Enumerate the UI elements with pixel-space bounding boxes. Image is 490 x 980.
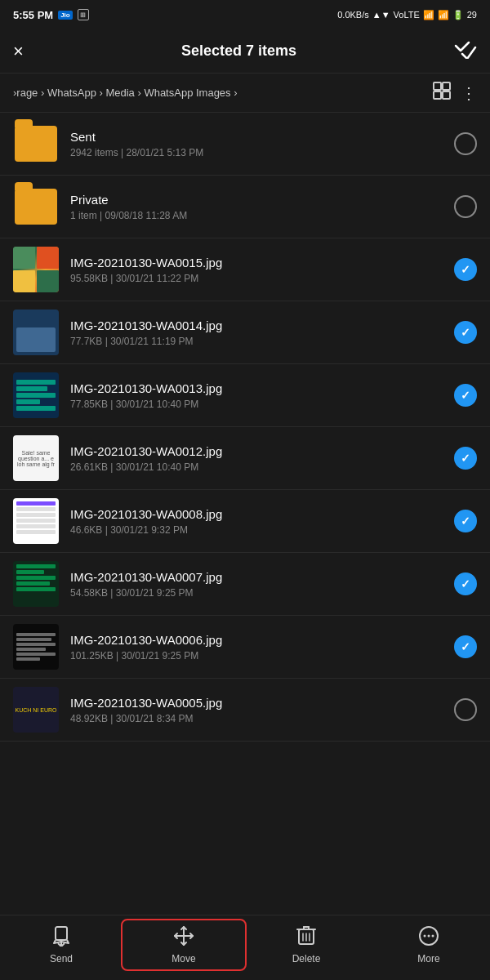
file-info: IMG-20210130-WA0006.jpg 101.25KB | 30/01… [70, 633, 454, 662]
list-item[interactable]: IMG-20210130-WA0007.jpg 54.58KB | 30/01/… [0, 553, 490, 616]
image-thumbnail: Sale! same question a... e loh same alg … [13, 435, 59, 481]
file-meta: 101.25KB | 30/01/21 9:25 PM [70, 650, 454, 662]
file-name: IMG-20210130-WA0014.jpg [70, 318, 454, 332]
top-header: × Selected 7 items [0, 29, 490, 74]
list-item[interactable]: IMG-20210130-WA0006.jpg 101.25KB | 30/01… [0, 616, 490, 679]
list-item[interactable]: IMG-20210130-WA0015.jpg 95.58KB | 30/01/… [0, 238, 490, 301]
image-thumbnail [13, 561, 59, 607]
select-checkbox[interactable] [454, 572, 477, 595]
sim-icon: ⊞ [78, 9, 89, 20]
select-checkbox[interactable] [454, 698, 477, 721]
list-item[interactable]: KUCH NI EURO IMG-20210130-WA0005.jpg 48.… [0, 679, 490, 742]
file-info: IMG-20210130-WA0015.jpg 95.58KB | 30/01/… [70, 256, 454, 284]
list-item[interactable]: IMG-20210130-WA0008.jpg 46.6KB | 30/01/2… [0, 490, 490, 553]
more-label: More [417, 953, 439, 964]
file-meta: 46.6KB | 30/01/21 9:32 PM [70, 524, 454, 536]
send-icon [51, 925, 72, 950]
image-thumbnail [13, 498, 59, 544]
move-button[interactable]: Move [122, 920, 245, 969]
delete-label: Delete [292, 953, 321, 964]
move-label: Move [172, 953, 195, 964]
svg-rect-2 [434, 91, 441, 99]
folder-thumbnail [13, 121, 59, 167]
delete-icon [296, 925, 316, 950]
jio-badge: Jio [58, 11, 73, 20]
breadcrumb-icons: ⋮ [433, 82, 477, 104]
image-thumbnail [13, 372, 59, 418]
file-name: IMG-20210130-WA0008.jpg [70, 507, 454, 521]
file-info: Private 1 item | 09/08/18 11:28 AM [70, 193, 454, 221]
status-right: 0.0KB/s ▲▼ VoLTE 📶 📶 🔋 29 [337, 10, 477, 20]
close-button[interactable]: × [13, 42, 24, 60]
file-info: IMG-20210130-WA0012.jpg 26.61KB | 30/01/… [70, 444, 454, 473]
svg-rect-3 [443, 91, 450, 99]
list-item[interactable]: Sale! same question a... e loh same alg … [0, 427, 490, 490]
select-checkbox[interactable] [454, 132, 477, 155]
page-title: Selected 7 items [181, 42, 296, 60]
select-checkbox[interactable] [454, 384, 477, 407]
select-checkbox[interactable] [454, 321, 477, 344]
image-thumbnail [13, 310, 59, 355]
breadcrumb: ›rage › WhatsApp › Media › WhatsApp Imag… [13, 87, 433, 99]
file-name: IMG-20210130-WA0007.jpg [70, 570, 454, 584]
file-meta: 77.7KB | 30/01/21 11:19 PM [70, 336, 454, 347]
file-info: IMG-20210130-WA0008.jpg 46.6KB | 30/01/2… [70, 507, 454, 536]
list-item[interactable]: Private 1 item | 09/08/18 11:28 AM [0, 176, 490, 238]
svg-point-18 [428, 934, 430, 937]
image-thumbnail [13, 247, 59, 292]
image-thumbnail: KUCH NI EURO [13, 687, 59, 733]
file-meta: 2942 items | 28/01/21 5:13 PM [70, 147, 454, 158]
svg-rect-4 [56, 927, 67, 940]
select-checkbox[interactable] [454, 447, 477, 470]
file-name: IMG-20210130-WA0013.jpg [70, 381, 454, 395]
more-icon [418, 925, 439, 950]
image-thumbnail [13, 624, 59, 670]
file-meta: 77.85KB | 30/01/21 10:40 PM [70, 399, 454, 410]
file-name: Sent [70, 130, 454, 144]
select-all-button[interactable] [454, 39, 477, 63]
more-button[interactable]: More [368, 920, 490, 969]
select-checkbox[interactable] [454, 635, 477, 658]
send-button[interactable]: Send [0, 920, 122, 969]
bottom-toolbar: Send Move [0, 915, 490, 980]
file-meta: 26.61KB | 30/01/21 10:40 PM [70, 461, 454, 473]
select-checkbox[interactable] [454, 195, 477, 218]
file-name: IMG-20210130-WA0015.jpg [70, 256, 454, 270]
breadcrumb-bar: ›rage › WhatsApp › Media › WhatsApp Imag… [0, 74, 490, 113]
move-icon [173, 925, 194, 950]
file-info: IMG-20210130-WA0013.jpg 77.85KB | 30/01/… [70, 381, 454, 410]
delete-button[interactable]: Delete [245, 920, 368, 969]
file-meta: 54.58KB | 30/01/21 9:25 PM [70, 587, 454, 599]
select-checkbox[interactable] [454, 510, 477, 532]
file-name: IMG-20210130-WA0005.jpg [70, 696, 454, 710]
svg-point-19 [432, 934, 434, 937]
file-meta: 48.92KB | 30/01/21 8:34 PM [70, 713, 454, 724]
file-meta: 95.58KB | 30/01/21 11:22 PM [70, 273, 454, 284]
grid-view-icon[interactable] [433, 82, 451, 104]
svg-rect-1 [443, 82, 450, 90]
file-info: IMG-20210130-WA0014.jpg 77.7KB | 30/01/2… [70, 318, 454, 347]
folder-thumbnail [13, 184, 59, 229]
list-item[interactable]: IMG-20210130-WA0014.jpg 77.7KB | 30/01/2… [0, 301, 490, 364]
list-item[interactable]: Sent 2942 items | 28/01/21 5:13 PM [0, 113, 490, 176]
send-label: Send [50, 953, 73, 964]
file-info: Sent 2942 items | 28/01/21 5:13 PM [70, 130, 454, 158]
file-name: Private [70, 193, 454, 207]
file-list: Sent 2942 items | 28/01/21 5:13 PM Priva… [0, 113, 490, 742]
svg-rect-0 [434, 82, 441, 90]
select-checkbox[interactable] [454, 258, 477, 281]
options-icon[interactable]: ⋮ [461, 83, 477, 103]
status-bar: 5:55 PM Jio ⊞ 0.0KB/s ▲▼ VoLTE 📶 📶 🔋 29 [0, 0, 490, 29]
file-info: IMG-20210130-WA0005.jpg 48.92KB | 30/01/… [70, 696, 454, 724]
file-name: IMG-20210130-WA0006.jpg [70, 633, 454, 647]
file-name: IMG-20210130-WA0012.jpg [70, 444, 454, 458]
file-meta: 1 item | 09/08/18 11:28 AM [70, 210, 454, 221]
list-item[interactable]: IMG-20210130-WA0013.jpg 77.85KB | 30/01/… [0, 364, 490, 427]
svg-point-17 [424, 934, 426, 937]
status-time: 5:55 PM Jio ⊞ [13, 9, 89, 21]
file-info: IMG-20210130-WA0007.jpg 54.58KB | 30/01/… [70, 570, 454, 599]
